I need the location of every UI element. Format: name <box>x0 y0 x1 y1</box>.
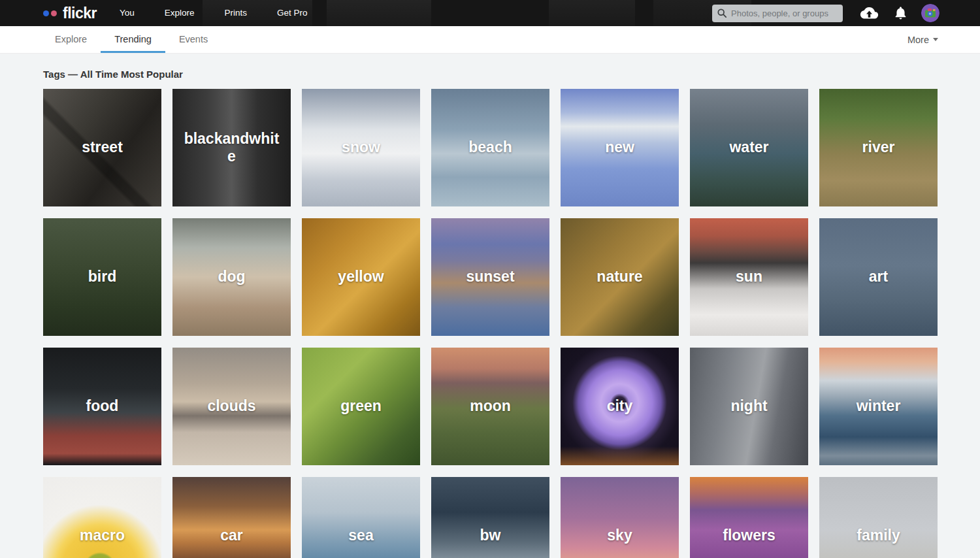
tag-tile-night[interactable]: night <box>690 348 808 465</box>
tag-tile-blackandwhite[interactable]: blackandwhite <box>172 89 291 206</box>
tag-tile-moon[interactable]: moon <box>431 348 549 465</box>
search-box[interactable] <box>712 5 843 22</box>
tag-tile-street[interactable]: street <box>43 89 161 206</box>
tag-label: bw <box>431 527 549 544</box>
tag-label: bird <box>43 268 161 286</box>
more-label: More <box>907 35 929 45</box>
tag-label: water <box>690 139 808 156</box>
tag-tile-city[interactable]: city <box>561 348 679 465</box>
tag-label: food <box>43 397 161 415</box>
tag-tile-river[interactable]: river <box>819 89 938 206</box>
tag-label: winter <box>819 397 938 415</box>
magnifier-icon <box>717 8 727 18</box>
tag-tile-family[interactable]: family <box>819 477 938 558</box>
navbar-left: flickr YouExplorePrintsGet Pro <box>43 0 338 26</box>
tag-label: macro <box>43 527 161 544</box>
tab-explore[interactable]: Explore <box>41 26 101 53</box>
tag-label: snow <box>302 139 420 156</box>
tab-events[interactable]: Events <box>165 26 221 53</box>
tag-label: dog <box>172 268 291 286</box>
tag-label: new <box>561 139 679 156</box>
nav-link-you[interactable]: You <box>120 0 135 26</box>
tag-tile-snow[interactable]: snow <box>302 89 420 206</box>
tag-tile-sunset[interactable]: sunset <box>431 218 549 336</box>
tag-tile-sun[interactable]: sun <box>690 218 808 336</box>
tag-label: street <box>43 139 161 156</box>
nav-link-prints[interactable]: Prints <box>225 0 248 26</box>
tag-tile-winter[interactable]: winter <box>819 348 938 465</box>
navbar-right <box>712 4 939 22</box>
tag-label: sun <box>690 268 808 286</box>
tag-tile-nature[interactable]: nature <box>561 218 679 336</box>
tag-label: green <box>302 397 420 415</box>
tag-label: moon <box>431 397 549 415</box>
tag-label: sky <box>561 527 679 544</box>
tag-tile-art[interactable]: art <box>819 218 938 336</box>
subnav-tabs: ExploreTrendingEvents <box>41 26 221 53</box>
main-content: Tags — All Time Most Popular street blac… <box>0 54 980 558</box>
tag-tile-food[interactable]: food <box>43 348 161 465</box>
tag-label: car <box>172 527 291 544</box>
tag-label: blackandwhite <box>172 130 291 165</box>
tag-tile-beach[interactable]: beach <box>431 89 549 206</box>
tag-grid: street blackandwhite snow beach new wate… <box>43 89 938 558</box>
tag-tile-sky[interactable]: sky <box>561 477 679 558</box>
nav-link-get-pro[interactable]: Get Pro <box>277 0 308 26</box>
cloud-upload-icon[interactable] <box>860 7 879 20</box>
caret-down-icon <box>933 38 938 41</box>
tag-label: river <box>819 139 938 156</box>
tag-label: sea <box>302 527 420 544</box>
logo-dot-pink-icon <box>51 10 57 16</box>
tag-label: night <box>690 397 808 415</box>
user-avatar[interactable] <box>921 4 939 22</box>
tag-tile-clouds[interactable]: clouds <box>172 348 291 465</box>
bell-icon[interactable] <box>895 7 906 20</box>
tag-tile-car[interactable]: car <box>172 477 291 558</box>
flickr-logo[interactable]: flickr <box>43 6 97 21</box>
tag-tile-new[interactable]: new <box>561 89 679 206</box>
tag-label: nature <box>561 268 679 286</box>
tag-tile-sea[interactable]: sea <box>302 477 420 558</box>
tag-tile-bw[interactable]: bw <box>431 477 549 558</box>
tag-tile-yellow[interactable]: yellow <box>302 218 420 336</box>
tag-tile-water[interactable]: water <box>690 89 808 206</box>
tag-label: family <box>819 527 938 544</box>
tab-trending[interactable]: Trending <box>101 26 165 53</box>
logo-dot-blue-icon <box>43 10 49 16</box>
tag-label: clouds <box>172 397 291 415</box>
page-title: Tags — All Time Most Popular <box>43 69 938 80</box>
global-navbar: flickr YouExplorePrintsGet Pro <box>0 0 980 26</box>
tag-tile-flowers[interactable]: flowers <box>690 477 808 558</box>
more-menu-button[interactable]: More <box>907 26 938 53</box>
tag-tile-macro[interactable]: macro <box>43 477 161 558</box>
subnav: ExploreTrendingEvents More <box>0 26 980 54</box>
primary-nav: YouExplorePrintsGet Pro <box>120 0 338 26</box>
tag-tile-dog[interactable]: dog <box>172 218 291 336</box>
brand-name: flickr <box>63 6 97 21</box>
tag-label: flowers <box>690 527 808 544</box>
nav-link-explore[interactable]: Explore <box>165 0 195 26</box>
tag-label: city <box>561 397 679 415</box>
tag-label: yellow <box>302 268 420 286</box>
tag-label: sunset <box>431 268 549 286</box>
search-input[interactable] <box>731 8 838 18</box>
tag-label: beach <box>431 139 549 156</box>
tag-label: art <box>819 268 938 286</box>
tag-tile-green[interactable]: green <box>302 348 420 465</box>
tag-tile-bird[interactable]: bird <box>43 218 161 336</box>
